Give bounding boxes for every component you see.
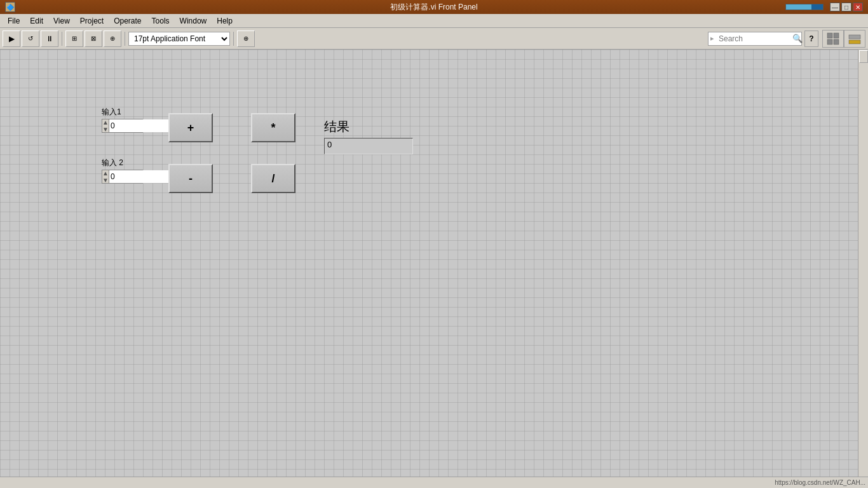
separator-3: [233, 32, 234, 46]
search-input[interactable]: [716, 32, 792, 45]
run-button[interactable]: ▶: [3, 30, 20, 47]
result-label: 结果: [324, 118, 413, 135]
distribute-button[interactable]: ⊠: [85, 30, 102, 47]
panel-icons: [822, 30, 865, 48]
result-display: 0: [324, 138, 413, 154]
layout-icon: [848, 32, 861, 45]
svg-rect-3: [834, 39, 839, 44]
svg-rect-1: [834, 33, 839, 38]
maximize-button[interactable]: □: [841, 3, 851, 11]
window-controls: — □ ✕: [785, 3, 863, 11]
layout-button[interactable]: [844, 30, 865, 48]
input1-label: 输入1: [102, 107, 143, 118]
input2-label: 输入 2: [102, 158, 143, 168]
menu-tools[interactable]: Tools: [147, 15, 175, 27]
separator-2: [125, 32, 125, 46]
svg-rect-0: [827, 33, 832, 38]
search-caret: ▸: [709, 34, 716, 43]
menu-window[interactable]: Window: [175, 15, 212, 27]
toolbar: ▶ ↺ ⏸ ⊞ ⊠ ⊕ 17pt Application Font ⊕ ▸ 🔍 …: [0, 28, 868, 50]
svg-rect-2: [827, 39, 832, 44]
multiply-button[interactable]: *: [251, 113, 295, 142]
resize-button[interactable]: ⊕: [104, 30, 121, 47]
pause-button[interactable]: ⏸: [41, 30, 58, 47]
menu-help[interactable]: Help: [212, 15, 238, 27]
grid-view-button[interactable]: [822, 30, 844, 48]
menu-view[interactable]: View: [48, 15, 75, 27]
main-canvas: 输入1 ▲▼ 输入 2 ▲▼ + - * / 结果 0: [0, 50, 858, 477]
minimize-button[interactable]: —: [830, 3, 840, 11]
font-selector[interactable]: 17pt Application Font: [128, 32, 230, 46]
close-button[interactable]: ✕: [853, 3, 863, 11]
scrollbar-vertical[interactable]: [858, 50, 868, 477]
minus-button[interactable]: -: [168, 164, 213, 193]
plus-button[interactable]: +: [168, 113, 213, 142]
app-icon: 🔷: [5, 2, 15, 12]
menu-project[interactable]: Project: [75, 15, 109, 27]
separator-1: [62, 32, 62, 46]
align-button[interactable]: ⊞: [65, 30, 83, 47]
result-group: 结果 0: [324, 118, 413, 154]
input2-control[interactable]: ▲▼: [102, 170, 143, 184]
grid-icon: [827, 32, 839, 45]
input2-group: 输入 2 ▲▼: [102, 158, 143, 184]
window-title: 初级计算器.vi Front Panel: [390, 2, 477, 13]
search-button[interactable]: 🔍: [792, 32, 803, 45]
abort-button[interactable]: ↺: [22, 30, 39, 47]
menubar: File Edit View Project Operate Tools Win…: [0, 14, 868, 28]
scrollbar-thumb[interactable]: [859, 50, 868, 63]
statusbar: https://blog.csdn.net/WZ_CAH...: [0, 477, 868, 488]
svg-rect-4: [849, 35, 860, 39]
input1-group: 输入1 ▲▼: [102, 107, 143, 133]
menu-edit[interactable]: Edit: [25, 15, 48, 27]
titlebar: 🔷 初级计算器.vi Front Panel — □ ✕: [0, 0, 868, 14]
help-button[interactable]: ?: [804, 30, 818, 47]
input1-decrement[interactable]: ▲▼: [102, 119, 109, 132]
search-area: ▸ 🔍: [708, 32, 802, 46]
status-url: https://blog.csdn.net/WZ_CAH...: [775, 479, 865, 486]
input1-control[interactable]: ▲▼: [102, 119, 143, 133]
menu-operate[interactable]: Operate: [109, 15, 146, 27]
input2-decrement[interactable]: ▲▼: [102, 170, 109, 183]
svg-rect-5: [849, 40, 860, 44]
divide-button[interactable]: /: [251, 164, 295, 193]
zoom-button[interactable]: ⊕: [237, 30, 255, 47]
menu-file[interactable]: File: [3, 15, 25, 27]
